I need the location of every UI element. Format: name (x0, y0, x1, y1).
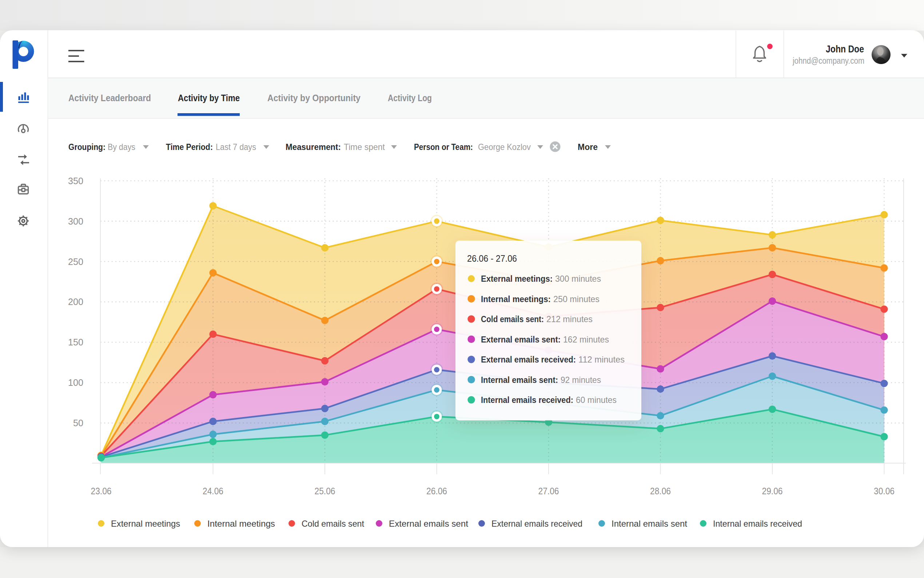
svg-text:Internal emails sent: Internal emails sent (612, 519, 687, 529)
svg-text:29.06: 29.06 (762, 486, 783, 496)
svg-text:150: 150 (68, 337, 83, 347)
svg-text:Internal meetings:: Internal meetings: (481, 294, 551, 304)
svg-text:External emails received:: External emails received: (481, 354, 576, 364)
svg-text:Activity by Opportunity: Activity by Opportunity (267, 93, 361, 103)
svg-text:Internal emails received:: Internal emails received: (481, 395, 573, 405)
svg-text:Activity Leaderboard: Activity Leaderboard (68, 93, 151, 103)
svg-text:250 minutes: 250 minutes (553, 294, 599, 304)
svg-text:Person or Team:: Person or Team: (414, 142, 473, 152)
svg-text:27.06: 27.06 (538, 486, 559, 496)
svg-text:Activity by Time: Activity by Time (178, 93, 240, 103)
svg-text:24.06: 24.06 (202, 486, 223, 496)
svg-text:25.06: 25.06 (315, 486, 335, 496)
svg-text:Time Period:: Time Period: (166, 142, 213, 152)
svg-text:162 minutes: 162 minutes (563, 334, 609, 344)
svg-text:By days: By days (108, 142, 135, 152)
svg-text:26.06 - 27.06: 26.06 - 27.06 (467, 253, 517, 264)
svg-text:26.06: 26.06 (426, 486, 447, 496)
svg-text:112 minutes: 112 minutes (578, 354, 625, 364)
svg-text:Grouping:: Grouping: (68, 142, 105, 152)
svg-text:External emails sent:: External emails sent: (481, 334, 561, 344)
svg-text:92 minutes: 92 minutes (561, 375, 601, 385)
svg-text:350: 350 (68, 176, 83, 186)
svg-text:50: 50 (73, 418, 83, 428)
svg-text:Cold emails sent:: Cold emails sent: (481, 314, 544, 324)
svg-text:23.06: 23.06 (91, 486, 112, 496)
svg-text:External emails received: External emails received (492, 519, 583, 529)
svg-text:Last 7 days: Last 7 days (216, 142, 256, 152)
svg-text:28.06: 28.06 (650, 486, 671, 496)
svg-text:Internal emails received: Internal emails received (713, 519, 802, 529)
svg-text:External meetings:: External meetings: (481, 274, 553, 284)
svg-text:200: 200 (68, 297, 83, 307)
svg-text:30.06: 30.06 (874, 486, 895, 496)
svg-text:Internal meetings: Internal meetings (207, 519, 275, 529)
svg-text:250: 250 (68, 257, 83, 267)
svg-text:External emails sent: External emails sent (389, 519, 468, 529)
svg-text:More: More (578, 142, 598, 152)
svg-text:Internal emails sent:: Internal emails sent: (481, 375, 558, 385)
svg-text:Activity Log: Activity Log (388, 93, 432, 103)
svg-text:External meetings: External meetings (111, 519, 180, 529)
svg-text:60 minutes: 60 minutes (576, 395, 617, 405)
svg-text:Measurement:: Measurement: (286, 142, 341, 152)
svg-text:100: 100 (68, 377, 83, 388)
svg-text:Cold emails sent: Cold emails sent (302, 519, 364, 529)
svg-text:300: 300 (68, 216, 83, 226)
svg-text:George Kozlov: George Kozlov (478, 142, 531, 152)
svg-text:300 minutes: 300 minutes (555, 274, 601, 284)
svg-text:Time spent: Time spent (344, 142, 385, 152)
svg-text:johnd@company.com: johnd@company.com (792, 56, 864, 65)
svg-text:John Doe: John Doe (826, 44, 864, 55)
svg-text:212 minutes: 212 minutes (546, 314, 592, 324)
